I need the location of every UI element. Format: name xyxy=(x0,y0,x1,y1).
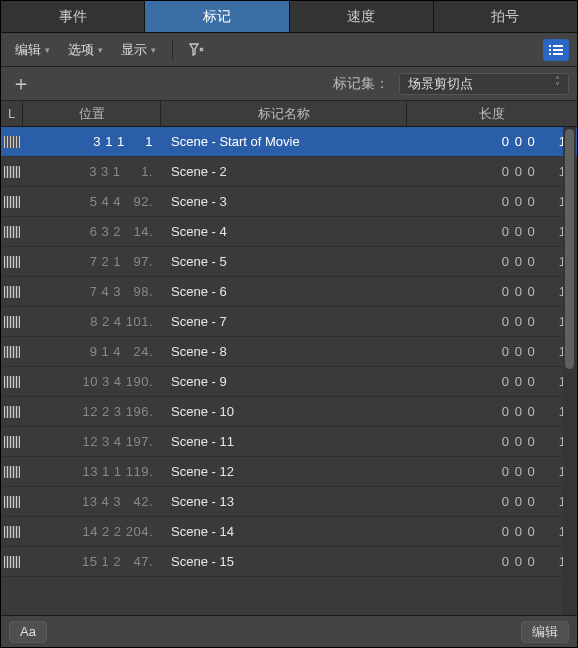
table-row[interactable]: 8 2 4 101.Scene - 70 0 0 1 xyxy=(1,307,577,337)
row-position[interactable]: 3 1 1 1 xyxy=(23,134,161,149)
row-position[interactable]: 14 2 2 204. xyxy=(23,524,161,539)
movie-marker-icon xyxy=(4,346,20,358)
row-marker-name[interactable]: Scene - 8 xyxy=(161,344,422,359)
row-length[interactable]: 0 0 0 1 xyxy=(422,344,577,359)
row-length[interactable]: 0 0 0 1 xyxy=(422,494,577,509)
scrollbar-thumb[interactable] xyxy=(565,129,574,369)
edit-menu-label: 编辑 xyxy=(15,41,41,59)
row-type-cell xyxy=(1,466,23,478)
row-position[interactable]: 15 1 2 47. xyxy=(23,554,161,569)
row-position[interactable]: 5 4 4 92. xyxy=(23,194,161,209)
row-length[interactable]: 0 0 0 1 xyxy=(422,554,577,569)
table-row[interactable]: 6 3 2 14.Scene - 40 0 0 1 xyxy=(1,217,577,247)
row-marker-name[interactable]: Scene - 7 xyxy=(161,314,422,329)
movie-marker-icon xyxy=(4,376,20,388)
table-row[interactable]: 7 4 3 98.Scene - 60 0 0 1 xyxy=(1,277,577,307)
row-marker-name[interactable]: Scene - 9 xyxy=(161,374,422,389)
row-position[interactable]: 12 3 4 197. xyxy=(23,434,161,449)
svg-rect-5 xyxy=(553,53,563,55)
col-header-name[interactable]: 标记名称 xyxy=(161,101,407,126)
row-position[interactable]: 12 2 3 196. xyxy=(23,404,161,419)
table-row[interactable]: 3 1 1 1Scene - Start of Movie0 0 0 1 xyxy=(1,127,577,157)
tab-3[interactable]: 拍号 xyxy=(434,1,577,32)
edit-menu[interactable]: 编辑 ▾ xyxy=(9,38,56,62)
row-marker-name[interactable]: Scene - 10 xyxy=(161,404,422,419)
row-marker-name[interactable]: Scene - Start of Movie xyxy=(161,134,422,149)
font-button-label: Aa xyxy=(20,624,36,639)
tab-1[interactable]: 标记 xyxy=(145,1,289,32)
table-row[interactable]: 10 3 4 190.Scene - 90 0 0 1 xyxy=(1,367,577,397)
row-position[interactable]: 3 3 1 1. xyxy=(23,164,161,179)
add-marker-button[interactable]: ＋ xyxy=(9,72,33,96)
row-length[interactable]: 0 0 0 1 xyxy=(422,164,577,179)
row-marker-name[interactable]: Scene - 6 xyxy=(161,284,422,299)
table-row[interactable]: 7 2 1 97.Scene - 50 0 0 1 xyxy=(1,247,577,277)
font-button[interactable]: Aa xyxy=(9,621,47,643)
table-row[interactable]: 9 1 4 24.Scene - 80 0 0 1 xyxy=(1,337,577,367)
row-position[interactable]: 6 3 2 14. xyxy=(23,224,161,239)
svg-rect-1 xyxy=(549,49,551,51)
row-length[interactable]: 0 0 0 1 xyxy=(422,374,577,389)
row-position[interactable]: 9 1 4 24. xyxy=(23,344,161,359)
display-menu-label: 显示 xyxy=(121,41,147,59)
row-length[interactable]: 0 0 0 1 xyxy=(422,254,577,269)
tab-2[interactable]: 速度 xyxy=(290,1,434,32)
table-row[interactable]: 12 2 3 196.Scene - 100 0 0 1 xyxy=(1,397,577,427)
marker-set-select[interactable]: 场景剪切点 ˄˅ xyxy=(399,73,569,95)
row-length[interactable]: 0 0 0 1 xyxy=(422,314,577,329)
row-position[interactable]: 8 2 4 101. xyxy=(23,314,161,329)
row-marker-name[interactable]: Scene - 5 xyxy=(161,254,422,269)
row-length[interactable]: 0 0 0 1 xyxy=(422,194,577,209)
movie-marker-icon xyxy=(4,436,20,448)
movie-marker-icon xyxy=(4,406,20,418)
options-menu-label: 选项 xyxy=(68,41,94,59)
row-length[interactable]: 0 0 0 1 xyxy=(422,284,577,299)
table-row[interactable]: 13 1 1 119.Scene - 120 0 0 1 xyxy=(1,457,577,487)
display-menu[interactable]: 显示 ▾ xyxy=(115,38,162,62)
filter-button[interactable] xyxy=(183,40,211,60)
table-row[interactable]: 13 4 3 42.Scene - 130 0 0 1 xyxy=(1,487,577,517)
tab-0[interactable]: 事件 xyxy=(1,1,145,32)
table-row[interactable]: 3 3 1 1.Scene - 20 0 0 1 xyxy=(1,157,577,187)
options-menu[interactable]: 选项 ▾ xyxy=(62,38,109,62)
row-marker-name[interactable]: Scene - 2 xyxy=(161,164,422,179)
row-length[interactable]: 0 0 0 1 xyxy=(422,224,577,239)
row-marker-name[interactable]: Scene - 14 xyxy=(161,524,422,539)
row-position[interactable]: 13 4 3 42. xyxy=(23,494,161,509)
table-row[interactable]: 15 1 2 47.Scene - 150 0 0 1 xyxy=(1,547,577,577)
row-position[interactable]: 13 1 1 119. xyxy=(23,464,161,479)
row-marker-name[interactable]: Scene - 3 xyxy=(161,194,422,209)
list-view-button[interactable] xyxy=(543,39,569,61)
col-header-len[interactable]: 长度 xyxy=(407,101,577,126)
col-header-pos[interactable]: 位置 xyxy=(23,101,161,126)
row-type-cell xyxy=(1,436,23,448)
row-marker-name[interactable]: Scene - 15 xyxy=(161,554,422,569)
row-type-cell xyxy=(1,166,23,178)
row-position[interactable]: 10 3 4 190. xyxy=(23,374,161,389)
row-type-cell xyxy=(1,256,23,268)
row-position[interactable]: 7 2 1 97. xyxy=(23,254,161,269)
row-marker-name[interactable]: Scene - 12 xyxy=(161,464,422,479)
row-position[interactable]: 7 4 3 98. xyxy=(23,284,161,299)
svg-rect-3 xyxy=(553,45,563,47)
col-header-l[interactable]: L xyxy=(1,101,23,126)
svg-rect-0 xyxy=(549,45,551,47)
marker-set-label: 标记集： xyxy=(333,75,389,93)
row-length[interactable]: 0 0 0 1 xyxy=(422,404,577,419)
row-marker-name[interactable]: Scene - 11 xyxy=(161,434,422,449)
footer-edit-button[interactable]: 编辑 xyxy=(521,621,569,643)
table-row[interactable]: 5 4 4 92.Scene - 30 0 0 1 xyxy=(1,187,577,217)
row-length[interactable]: 0 0 0 1 xyxy=(422,524,577,539)
row-length[interactable]: 0 0 0 1 xyxy=(422,434,577,449)
row-marker-name[interactable]: Scene - 13 xyxy=(161,494,422,509)
updown-icon: ˄˅ xyxy=(555,78,560,90)
plus-icon: ＋ xyxy=(11,70,31,97)
row-type-cell xyxy=(1,316,23,328)
row-length[interactable]: 0 0 0 1 xyxy=(422,464,577,479)
table-row[interactable]: 14 2 2 204.Scene - 140 0 0 1 xyxy=(1,517,577,547)
table-row[interactable]: 12 3 4 197.Scene - 110 0 0 1 xyxy=(1,427,577,457)
vertical-scrollbar[interactable] xyxy=(563,127,576,615)
row-marker-name[interactable]: Scene - 4 xyxy=(161,224,422,239)
row-length[interactable]: 0 0 0 1 xyxy=(422,134,577,149)
movie-marker-icon xyxy=(4,196,20,208)
